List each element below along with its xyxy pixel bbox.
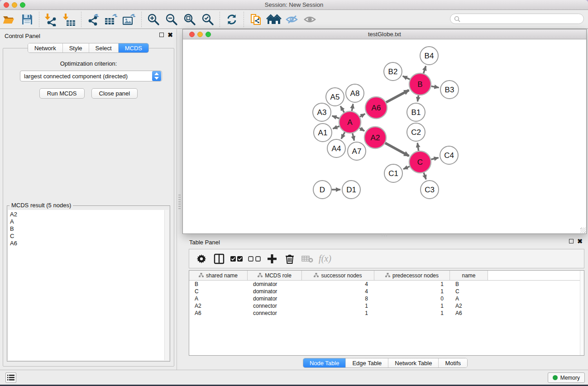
column-header-successor-nodes[interactable]: successor nodes	[302, 271, 374, 280]
table-row[interactable]: A6connector11A6	[189, 310, 584, 317]
network-canvas[interactable]: B4B2BB3A5A8A6B1A3AC2A1A2A4A7C4CC1DD1C3	[183, 39, 586, 234]
graph-edge-B-B2[interactable]	[403, 76, 410, 79]
delete-rows-icon[interactable]	[283, 252, 296, 266]
table-row[interactable]: Bdominator41B	[189, 281, 584, 288]
function-builder-icon[interactable]: f(x)	[318, 252, 332, 266]
graph-edge-A-A3[interactable]	[332, 116, 339, 119]
graph-node-B3[interactable]: B3	[440, 81, 459, 99]
cell-successor-nodes[interactable]: 8	[302, 295, 374, 302]
graph-edge-B-B4[interactable]	[424, 66, 426, 73]
run-mcds-button[interactable]: Run MCDS	[39, 88, 85, 99]
table-float-panel-icon[interactable]	[569, 239, 574, 243]
mcds-result-list[interactable]: A2ABCA6	[8, 210, 164, 360]
graph-node-A4[interactable]: A4	[327, 139, 345, 157]
tab-style[interactable]: Style	[62, 43, 89, 52]
graph-node-C[interactable]: C	[409, 151, 431, 173]
cell-MCDS-role[interactable]: dominator	[248, 295, 302, 302]
cell-shared-name[interactable]: A2	[189, 303, 248, 309]
graph-node-D1[interactable]: D1	[342, 181, 360, 199]
graph-edge-A2-C[interactable]	[385, 143, 409, 156]
graph-node-A7[interactable]: A7	[348, 142, 366, 160]
graph-node-A6[interactable]: A6	[365, 97, 387, 119]
tab-mcds[interactable]: MCDS	[118, 43, 148, 52]
graph-edge-B-B3[interactable]	[431, 86, 439, 88]
graph-edge-A6-B[interactable]	[386, 90, 409, 102]
graph-edge-A-A4[interactable]	[341, 132, 344, 138]
graph-node-A8[interactable]: A8	[346, 84, 364, 102]
cell-successor-nodes[interactable]: 1	[302, 310, 374, 316]
cell-successor-nodes[interactable]: 4	[302, 281, 374, 287]
cell-successor-nodes[interactable]: 4	[302, 288, 374, 295]
table-row[interactable]: Cdominator41C	[189, 288, 584, 295]
graph-node-C4[interactable]: C4	[440, 146, 458, 164]
result-item[interactable]: A	[10, 218, 164, 225]
cell-predecessor-nodes[interactable]: 1	[374, 303, 450, 309]
tab-network-table[interactable]: Network Table	[388, 358, 438, 367]
graph-edge-C-C1[interactable]	[403, 167, 410, 169]
table-close-panel-icon[interactable]: ✖	[577, 239, 583, 243]
tab-edge-table[interactable]: Edge Table	[345, 358, 388, 367]
window-resize-handle[interactable]	[580, 228, 586, 233]
graph-node-C2[interactable]: C2	[407, 123, 425, 141]
search-field[interactable]	[450, 14, 584, 24]
graph-node-C3[interactable]: C3	[421, 181, 439, 199]
result-item[interactable]: B	[10, 225, 164, 233]
column-header-shared-name[interactable]: shared name	[189, 271, 248, 280]
graph-edge-C-C3[interactable]	[424, 173, 426, 180]
graph-node-A1[interactable]: A1	[314, 124, 332, 142]
cell-shared-name[interactable]: B	[189, 281, 248, 287]
graph-node-B2[interactable]: B2	[384, 62, 402, 81]
duplicate-network-icon[interactable]	[248, 12, 263, 27]
cell-predecessor-nodes[interactable]: 1	[374, 310, 450, 316]
zoom-in-icon[interactable]	[146, 12, 161, 27]
export-image-icon[interactable]	[122, 12, 137, 27]
result-item[interactable]: A6	[10, 240, 164, 247]
search-input[interactable]	[462, 16, 583, 22]
import-network-icon[interactable]	[43, 12, 59, 27]
export-network-icon[interactable]	[86, 12, 101, 27]
graph-node-B1[interactable]: B1	[407, 103, 425, 121]
hide-panel-icon[interactable]	[284, 12, 300, 27]
cell-predecessor-nodes[interactable]: 0	[374, 295, 450, 302]
zoom-fit-icon[interactable]	[182, 12, 197, 27]
memory-button[interactable]: Memory	[548, 372, 585, 383]
zoom-selected-icon[interactable]	[200, 12, 215, 27]
table-row[interactable]: A2connector11A2	[189, 302, 584, 310]
tab-motifs[interactable]: Motifs	[438, 358, 467, 367]
splitter-grip-vertical[interactable]	[178, 195, 181, 210]
zoom-out-icon[interactable]	[164, 12, 179, 27]
select-all-icon[interactable]	[230, 252, 244, 266]
cell-predecessor-nodes[interactable]: 1	[374, 281, 450, 287]
split-columns-icon[interactable]	[212, 252, 226, 266]
cell-MCDS-role[interactable]: dominator	[248, 281, 302, 287]
graph-edge-A-A5[interactable]	[340, 106, 344, 113]
cell-name[interactable]: B	[450, 281, 488, 287]
tab-node-table[interactable]: Node Table	[303, 358, 346, 367]
column-header-name[interactable]: name	[450, 271, 488, 280]
close-panel-button[interactable]: Close panel	[91, 88, 138, 99]
cell-name[interactable]: A2	[450, 303, 488, 309]
settings-gear-icon[interactable]	[195, 252, 208, 266]
network-window-titlebar[interactable]: testGlobe.txt	[183, 29, 586, 39]
graph-node-A2[interactable]: A2	[364, 127, 386, 148]
table-row[interactable]: Adominator80A	[189, 295, 584, 302]
optimization-dropdown[interactable]: largest connected component (directed)	[20, 71, 162, 81]
cell-MCDS-role[interactable]: connector	[248, 303, 302, 309]
graph-node-B[interactable]: B	[409, 73, 431, 95]
column-header-MCDS-role[interactable]: MCDS role	[248, 271, 302, 280]
cell-shared-name[interactable]: A	[189, 295, 248, 302]
add-column-icon[interactable]	[265, 252, 279, 266]
graph-edge-C-C4[interactable]	[431, 157, 438, 159]
graph-node-D[interactable]: D	[313, 181, 331, 199]
cell-MCDS-role[interactable]: dominator	[248, 288, 302, 295]
graph-edge-A-A6[interactable]	[360, 114, 365, 117]
cell-successor-nodes[interactable]: 1	[302, 303, 374, 309]
cell-MCDS-role[interactable]: connector	[248, 310, 302, 316]
cell-name[interactable]: A6	[450, 310, 488, 316]
result-item[interactable]: A2	[10, 211, 164, 218]
column-header-predecessor-nodes[interactable]: predecessor nodes	[374, 271, 450, 280]
cell-shared-name[interactable]: A6	[189, 310, 248, 316]
graph-node-A5[interactable]: A5	[326, 88, 344, 106]
import-table-icon[interactable]	[62, 12, 77, 27]
result-item[interactable]: C	[10, 233, 164, 240]
